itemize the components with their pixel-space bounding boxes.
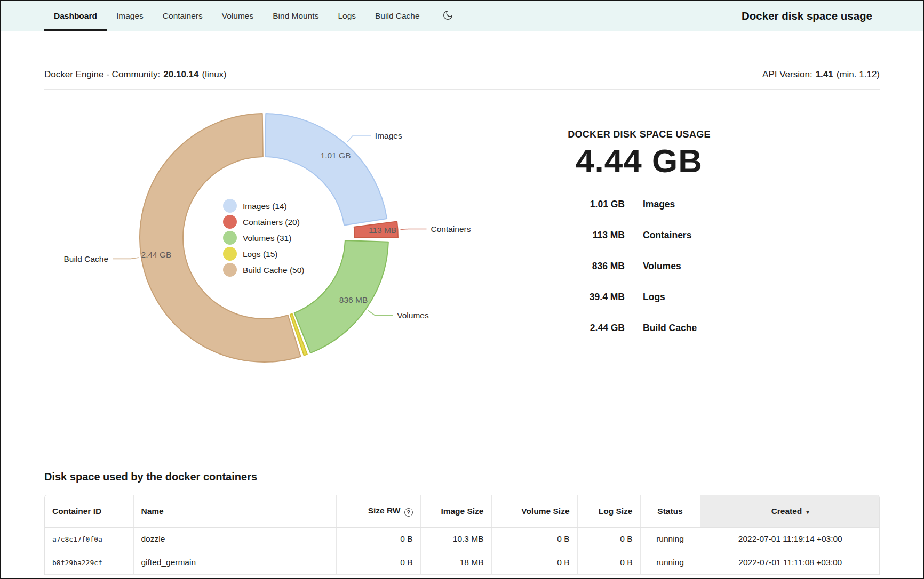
col-header-log-size[interactable]: Log Size [577,495,640,527]
cell-image-size: 10.3 MB [420,527,491,551]
slice-callout-label: Containers [431,224,471,234]
app-window: Dashboard Images Containers Volumes Bind… [0,0,924,579]
table-header-row: Container ID Name Size RW? Image Size Vo… [45,495,880,527]
engine-info-row: Docker Engine - Community:20.10.14(linux… [44,69,880,81]
legend-swatch [223,199,237,213]
cell-size-rw: 0 B [336,551,420,574]
legend-swatch [223,263,237,277]
api-version-text: API Version:1.41(min. 1.12) [762,69,880,81]
help-icon[interactable]: ? [404,508,413,517]
containers-table: Container ID Name Size RW? Image Size Vo… [44,495,880,575]
tab-dashboard[interactable]: Dashboard [44,1,107,31]
legend-swatch [223,231,237,245]
cell-volume-size: 0 B [491,551,577,574]
legend-label: Build Cache (50) [243,266,304,275]
cell-status: running [640,527,700,551]
divider [44,89,880,90]
summary-size: 39.4 MB [524,292,625,303]
cell-log-size: 0 B [577,527,640,551]
col-header-container-id[interactable]: Container ID [45,495,133,527]
summary-size: 113 MB [524,230,625,241]
tab-bind-mounts[interactable]: Bind Mounts [263,1,328,31]
tab-build-cache[interactable]: Build Cache [365,1,429,31]
tab-logs[interactable]: Logs [328,1,365,31]
summary-row: 836 MB Volumes [524,261,759,272]
cell-created: 2022-07-01 11:19:14 +03:00 [700,527,880,551]
table-row: a7c8c17f0f0a dozzle 0 B 10.3 MB 0 B 0 B … [45,527,880,551]
cell-status: running [640,551,700,574]
summary-label: Containers [643,230,691,241]
callout-line [113,258,139,259]
col-header-volume-size[interactable]: Volume Size [491,495,577,527]
legend-label: Containers (20) [243,218,300,227]
legend-item-containers[interactable]: Containers (20) [223,215,300,229]
legend-swatch [223,215,237,229]
slice-value-label: 2.44 GB [141,250,172,259]
nav-tabs: Dashboard Images Containers Volumes Bind… [44,1,429,31]
disk-usage-donut-chart: 1.01 GBImages113 MBContainers836 MBVolum… [44,101,524,392]
page-title: Docker disk space usage [742,1,880,31]
legend-label: Images (14) [243,202,287,211]
containers-table-heading: Disk space used by the docker containers [44,471,880,483]
tab-images[interactable]: Images [107,1,153,31]
legend-item-build-cache[interactable]: Build Cache (50) [223,263,304,277]
cell-name: dozzle [133,527,336,551]
tab-volumes[interactable]: Volumes [212,1,263,31]
slice-value-label: 113 MB [369,226,396,235]
legend-swatch [223,247,237,261]
legend-item-logs[interactable]: Logs (15) [223,247,277,261]
cell-size-rw: 0 B [336,527,420,551]
summary-size: 2.44 GB [524,323,625,334]
summary-row: 113 MB Containers [524,230,759,241]
summary-label: Volumes [643,261,681,272]
summary-row: 2.44 GB Build Cache [524,323,759,334]
cell-created: 2022-07-01 11:11:08 +03:00 [700,551,880,574]
slice-callout-label: Volumes [397,311,429,320]
sort-desc-icon: ▾ [806,509,809,515]
slice-callout-label: Images [375,131,402,140]
legend-label: Volumes (31) [243,234,291,243]
summary-heading: DOCKER DISK SPACE USAGE [524,129,754,140]
summary-label: Build Cache [643,323,697,334]
cell-log-size: 0 B [577,551,640,574]
summary-total-value: 4.44 GB [524,144,754,178]
legend-item-images[interactable]: Images (14) [223,199,287,213]
col-header-created[interactable]: Created▾ [700,495,880,527]
disk-usage-summary: DOCKER DISK SPACE USAGE 4.44 GB 1.01 GB … [524,101,759,392]
cell-name: gifted_germain [133,551,336,574]
callout-line [347,136,371,142]
col-header-status[interactable]: Status [640,495,700,527]
col-header-name[interactable]: Name [133,495,336,527]
slice-callout-label: Build Cache [64,254,109,263]
col-header-image-size[interactable]: Image Size [420,495,491,527]
slice-value-label: 1.01 GB [321,151,351,160]
callout-line [401,229,427,229]
summary-row: 39.4 MB Logs [524,292,759,303]
summary-row: 1.01 GB Images [524,199,759,210]
legend-item-volumes[interactable]: Volumes (31) [223,231,291,245]
cell-image-size: 18 MB [420,551,491,574]
legend-label: Logs (15) [243,250,277,259]
summary-size: 1.01 GB [524,199,625,210]
tab-containers[interactable]: Containers [153,1,212,31]
top-nav: Dashboard Images Containers Volumes Bind… [1,1,923,31]
col-header-size-rw[interactable]: Size RW? [336,495,420,527]
cell-volume-size: 0 B [491,527,577,551]
engine-version-text: Docker Engine - Community:20.10.14(linux… [44,69,227,81]
table-row: b8f29ba229cf gifted_germain 0 B 18 MB 0 … [45,551,880,574]
summary-label: Logs [643,292,665,303]
moon-icon [442,10,453,23]
slice-value-label: 836 MB [339,295,368,304]
callout-line [368,310,393,315]
cell-container-id: b8f29ba229cf [45,551,133,574]
summary-size: 836 MB [524,261,625,272]
summary-label: Images [643,199,675,210]
theme-toggle-button[interactable] [442,1,453,31]
cell-container-id: a7c8c17f0f0a [45,527,133,551]
